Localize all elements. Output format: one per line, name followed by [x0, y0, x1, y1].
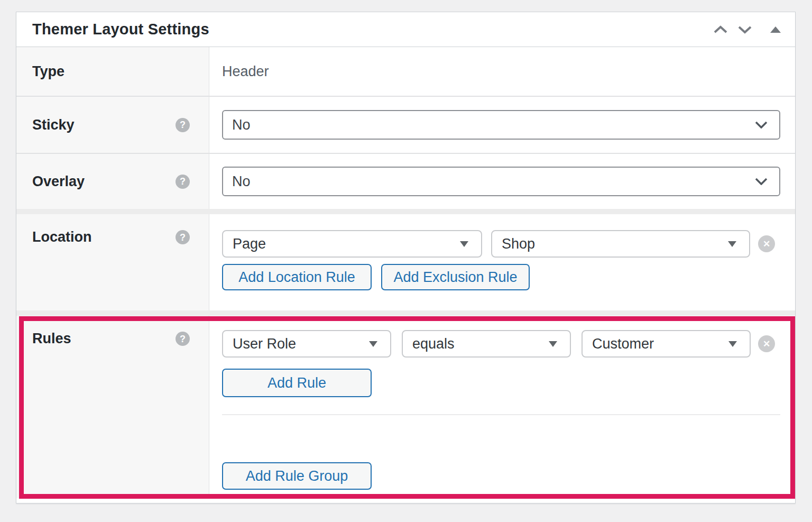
triangle-down-icon	[460, 241, 468, 247]
add-rule-label: Add Rule	[267, 375, 326, 391]
add-exclusion-rule-label: Add Exclusion Rule	[393, 269, 517, 286]
sticky-content-cell: No	[209, 97, 795, 153]
add-location-rule-label: Add Location Rule	[238, 269, 355, 286]
panel-title: Themer Layout Settings	[32, 21, 708, 38]
sticky-select-value: No	[232, 117, 251, 133]
overlay-content-cell: No	[209, 154, 795, 209]
add-rule-button[interactable]: Add Rule	[222, 369, 372, 397]
rules-label: Rules	[32, 331, 71, 346]
add-exclusion-rule-button[interactable]: Add Exclusion Rule	[381, 264, 530, 290]
chevron-down-icon	[755, 178, 768, 185]
triangle-down-icon	[728, 341, 737, 347]
field-row-rules: Rules ? User Role equals Customer ✕ Add …	[16, 316, 795, 498]
add-location-rule-button[interactable]: Add Location Rule	[222, 264, 372, 290]
location-label: Location	[32, 229, 92, 245]
add-rule-group-label: Add Rule Group	[246, 468, 348, 484]
themer-layout-settings-panel: Themer Layout Settings Type Header	[16, 12, 796, 503]
triangle-up-icon	[770, 26, 781, 33]
rules-label-cell: Rules ?	[16, 316, 209, 498]
triangle-down-icon	[728, 241, 736, 247]
toggle-panel-button[interactable]	[763, 17, 788, 42]
type-content-cell: Header	[209, 47, 795, 96]
chevron-down-icon	[737, 25, 752, 34]
location-type-select[interactable]: Page	[222, 230, 482, 258]
sticky-label-cell: Sticky ?	[16, 97, 209, 153]
rules-help-icon[interactable]: ?	[176, 332, 190, 346]
add-rule-group-button[interactable]: Add Rule Group	[222, 462, 372, 490]
type-label: Type	[32, 63, 64, 79]
field-row-type: Type Header	[16, 47, 795, 96]
rule-value-select-value: Customer	[592, 336, 654, 352]
rule-operator-select[interactable]: equals	[402, 330, 571, 358]
move-up-button[interactable]	[708, 17, 733, 42]
sticky-select[interactable]: No	[222, 110, 780, 140]
rules-content-cell: User Role equals Customer ✕ Add Rule or …	[209, 316, 795, 498]
rule-group-divider	[222, 414, 780, 415]
field-row-overlay: Overlay ? No	[16, 154, 795, 209]
panel-footer	[16, 498, 795, 502]
overlay-label-cell: Overlay ?	[16, 154, 209, 209]
sticky-label: Sticky	[32, 117, 75, 133]
overlay-help-icon[interactable]: ?	[176, 175, 190, 189]
rule-remove-button[interactable]: ✕	[758, 335, 775, 352]
overlay-label: Overlay	[32, 173, 85, 189]
rule-subject-select[interactable]: User Role	[222, 330, 391, 358]
section-separator	[16, 209, 795, 214]
section-separator	[16, 310, 795, 316]
field-row-sticky: Sticky ? No	[16, 97, 795, 153]
close-icon: ✕	[763, 340, 770, 349]
overlay-select-value: No	[232, 173, 251, 190]
close-icon: ✕	[763, 240, 770, 249]
type-label-cell: Type	[16, 47, 209, 96]
location-detail-select-value: Shop	[502, 236, 535, 252]
triangle-down-icon	[549, 341, 557, 347]
rule-operator-select-value: equals	[412, 336, 455, 352]
location-content-cell: Page Shop ✕ Add Location Rule Add Exclus…	[209, 214, 795, 310]
location-rule-remove-button[interactable]: ✕	[758, 235, 775, 252]
overlay-select[interactable]: No	[222, 167, 780, 196]
chevron-up-icon	[713, 25, 728, 34]
location-help-icon[interactable]: ?	[176, 230, 190, 244]
panel-header-actions	[708, 17, 788, 42]
panel-header: Themer Layout Settings	[16, 12, 795, 47]
chevron-down-icon	[755, 121, 768, 129]
location-type-select-value: Page	[233, 236, 266, 252]
field-row-location: Location ? Page Shop ✕ Add Location Rule…	[16, 214, 795, 310]
rule-value-select[interactable]: Customer	[582, 330, 751, 358]
type-value: Header	[222, 63, 269, 80]
triangle-down-icon	[369, 341, 377, 347]
location-detail-select[interactable]: Shop	[491, 230, 750, 258]
move-down-button[interactable]	[733, 17, 757, 42]
rule-subject-select-value: User Role	[233, 336, 296, 352]
sticky-help-icon[interactable]: ?	[176, 118, 190, 132]
location-label-cell: Location ?	[16, 214, 209, 310]
